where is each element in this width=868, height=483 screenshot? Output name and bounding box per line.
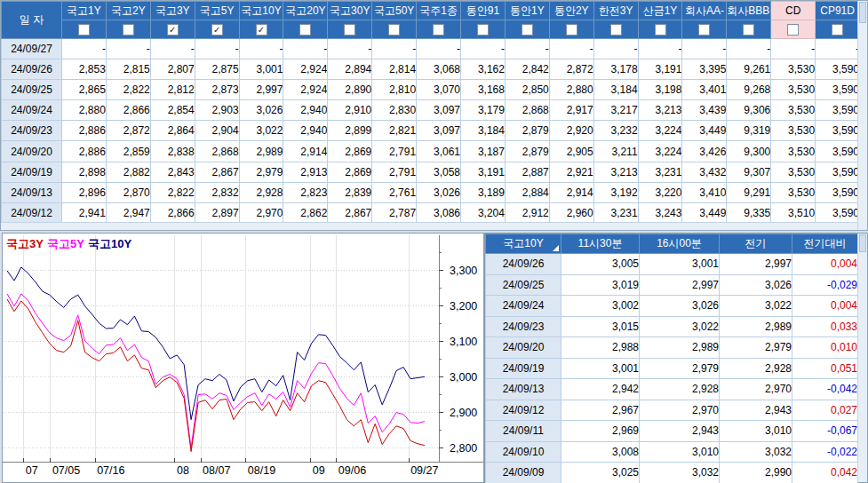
column-checkbox[interactable]: [299, 24, 311, 36]
date-cell: 24/09/12: [486, 400, 561, 421]
change-cell: 0,033: [792, 316, 858, 337]
column-header[interactable]: 전기대비: [792, 234, 858, 254]
x-axis-label: 08: [177, 464, 189, 477]
column-checkbox[interactable]: [610, 24, 622, 36]
column-header[interactable]: 전기: [720, 234, 792, 254]
value-cell: 3,590: [816, 80, 860, 100]
value-cell: 2,970: [239, 202, 283, 223]
column-header[interactable]: 국고2Y: [106, 2, 150, 20]
column-header[interactable]: 한전3Y: [593, 2, 638, 20]
table-row: 24/09/242,8802,8662,8542,9033,0262,9402,…: [2, 100, 860, 121]
column-header[interactable]: 산금1Y: [638, 2, 682, 20]
value-cell: -: [771, 39, 816, 59]
column-checkbox[interactable]: [832, 24, 843, 36]
column-header[interactable]: 회사AA-: [682, 2, 727, 20]
value-cell: 3,439: [682, 100, 727, 121]
table-row: 24/09/262,8532,8152,8072,8753,0012,9242,…: [2, 59, 860, 80]
value-cell: 2,920: [549, 121, 593, 141]
column-checkbox[interactable]: ✓: [211, 24, 223, 36]
value-cell: 2,989: [239, 141, 283, 162]
column-header[interactable]: 국고10Y: [486, 234, 561, 254]
column-header[interactable]: 국주1종: [417, 2, 461, 20]
legend-item: 국고3Y: [6, 237, 44, 250]
column-header[interactable]: 통안2Y: [549, 2, 593, 20]
value-cell-1130: 3,008: [561, 441, 640, 463]
value-cell: -: [682, 39, 727, 59]
table-row: 24/09/243,0023,0263,0220,004: [486, 296, 858, 317]
column-checkbox[interactable]: [477, 24, 489, 36]
value-cell: 3,192: [593, 182, 638, 202]
value-cell: 3,224: [638, 121, 682, 141]
column-header[interactable]: 국고5Y: [195, 2, 239, 20]
column-checkbox[interactable]: [123, 24, 134, 36]
y-axis-label: 3,300: [450, 265, 477, 277]
value-cell: 2,873: [195, 80, 239, 100]
x-axis-label: 09/27: [410, 464, 438, 477]
scrollbar-thumb[interactable]: [859, 234, 866, 252]
value-cell-1600: 3,032: [640, 463, 720, 483]
column-header[interactable]: 16시00분: [640, 234, 720, 254]
value-cell: 2,879: [505, 121, 549, 141]
value-cell-prev: 2,997: [720, 254, 792, 275]
change-cell: 0,010: [792, 337, 858, 359]
column-header[interactable]: 회사BBB-: [727, 2, 771, 20]
column-header[interactable]: CP91D: [816, 2, 860, 20]
ktb10y-history-panel: 국고10Y11시30분16시00분전기전기대비 24/09/263,0053,0…: [484, 233, 868, 483]
value-cell: 3,217: [593, 100, 638, 121]
table-row: 24/09/192,8982,8822,8432,8672,9792,9132,…: [2, 162, 860, 182]
value-cell: 2,859: [106, 141, 150, 162]
column-checkbox[interactable]: [787, 24, 799, 36]
value-cell: 3,001: [239, 59, 283, 80]
column-checkbox-cell: [328, 20, 372, 39]
vertical-scrollbar[interactable]: [857, 1, 867, 230]
column-checkbox[interactable]: [522, 24, 533, 36]
column-header[interactable]: 국고10Y: [239, 2, 283, 20]
value-cell: 3,426: [682, 141, 727, 162]
horizontal-scrollbar[interactable]: [1, 222, 859, 230]
value-cell: -: [150, 39, 195, 59]
date-cell: 24/09/26: [2, 59, 62, 80]
column-checkbox[interactable]: [344, 24, 355, 36]
column-checkbox[interactable]: [388, 24, 400, 36]
column-header[interactable]: 통안1Y: [505, 2, 549, 20]
value-cell: 2,924: [283, 59, 328, 80]
y-axis-label: 2,800: [450, 442, 477, 455]
column-checkbox[interactable]: [698, 24, 710, 36]
value-cell: -: [505, 39, 549, 59]
column-header[interactable]: 국고50Y: [372, 2, 417, 20]
value-cell: -: [62, 39, 107, 59]
value-cell: 3,530: [771, 59, 816, 80]
column-header[interactable]: CD: [771, 2, 816, 20]
column-checkbox[interactable]: ✓: [167, 24, 179, 36]
column-checkbox[interactable]: [655, 24, 666, 36]
value-cell: 2,924: [283, 80, 328, 100]
column-checkbox[interactable]: [566, 24, 577, 36]
column-header[interactable]: 11시30분: [561, 234, 640, 254]
column-header[interactable]: 국고30Y: [328, 2, 372, 20]
column-header[interactable]: 국고3Y: [150, 2, 195, 20]
column-checkbox-cell: [682, 20, 727, 39]
legend-item: 국고5Y: [47, 237, 84, 250]
column-header[interactable]: 통안91: [461, 2, 506, 20]
column-checkbox[interactable]: [433, 24, 444, 36]
value-cell: 3,213: [638, 100, 682, 121]
date-cell: 24/09/10: [486, 441, 561, 463]
column-checkbox[interactable]: [743, 24, 754, 36]
column-header[interactable]: 국고1Y: [62, 2, 107, 20]
scrollbar-thumb[interactable]: [859, 2, 866, 23]
value-cell: 3,026: [417, 182, 461, 202]
value-cell: 3,191: [638, 59, 682, 80]
column-checkbox[interactable]: [78, 24, 90, 36]
vertical-scrollbar[interactable]: [857, 234, 867, 482]
column-header[interactable]: 국고20Y: [283, 2, 328, 20]
value-cell: 2,866: [150, 202, 195, 223]
value-cell: 3,191: [461, 162, 506, 182]
date-column-header[interactable]: 일 자: [2, 2, 62, 39]
value-cell: 9,307: [727, 162, 771, 182]
date-cell: 24/09/19: [486, 358, 561, 379]
value-cell-1130: 2,969: [561, 421, 640, 442]
column-checkbox[interactable]: ✓: [256, 24, 267, 36]
value-cell: 2,882: [106, 162, 150, 182]
value-cell: 3,232: [593, 121, 638, 141]
value-cell: 2,869: [328, 162, 372, 182]
